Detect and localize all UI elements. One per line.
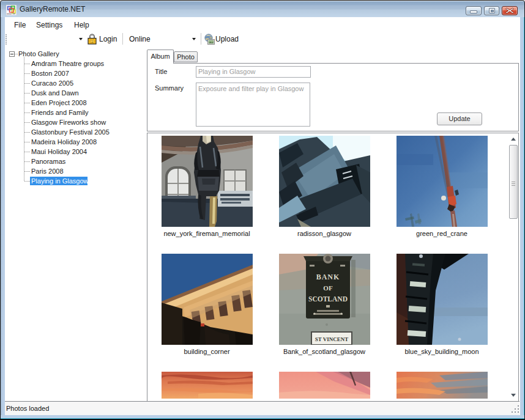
svg-text:ST VINCENT: ST VINCENT xyxy=(315,336,348,342)
svg-text:1: 1 xyxy=(91,40,93,43)
svg-text:BANK: BANK xyxy=(316,273,340,281)
svg-text:OF: OF xyxy=(323,284,333,292)
svg-text:SCOTLAND: SCOTLAND xyxy=(308,295,348,303)
